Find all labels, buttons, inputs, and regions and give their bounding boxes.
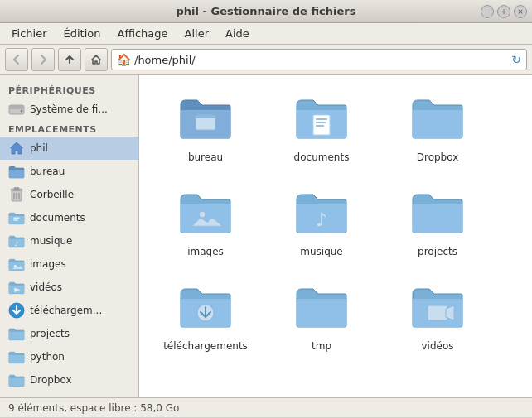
sidebar-item-phil[interactable]: phil	[0, 137, 138, 160]
menu-aide[interactable]: Aide	[219, 25, 256, 42]
file-item-projects[interactable]: projects	[388, 183, 487, 264]
sidebar-item-projects[interactable]: projects	[0, 322, 138, 345]
sidebar-label-musique: musique	[30, 235, 73, 247]
svg-rect-9	[13, 217, 19, 218]
folder-musique-icon: ♪	[295, 190, 348, 243]
status-text: 9 éléments, espace libre : 58,0 Go	[8, 402, 179, 414]
file-label-tmp: tmp	[312, 340, 331, 352]
home-icon	[8, 140, 25, 156]
folder-tmp-icon	[295, 284, 348, 337]
file-item-telechargements[interactable]: téléchargements	[156, 277, 255, 358]
sidebar-label-drive: Système de fi...	[30, 103, 108, 115]
folder-dropbox-icon	[411, 95, 464, 148]
folder-python-small-icon	[8, 348, 25, 365]
folder-projects-small-icon	[8, 325, 25, 342]
file-label-bureau: bureau	[188, 151, 223, 163]
folder-documents-icon	[295, 95, 348, 148]
window-title: phil - Gestionnaire de fichiers	[177, 5, 356, 17]
sidebar-label-bureau: bureau	[30, 166, 65, 177]
file-label-projects: projects	[418, 246, 457, 257]
sidebar-label-corbeille: Corbeille	[30, 189, 74, 200]
sidebar-label-videos: vidéos	[30, 281, 62, 293]
sidebar-item-python[interactable]: python	[0, 345, 138, 368]
toolbar: 🏠 /home/phil/ ↻	[0, 45, 532, 75]
folder-music-small-icon: ♪	[8, 233, 25, 249]
sidebar-label-python: python	[30, 351, 65, 363]
sidebar-label-documents: documents	[30, 212, 85, 223]
folder-dark-icon	[8, 163, 25, 180]
menu-aller[interactable]: Aller	[178, 25, 215, 42]
svg-rect-17	[316, 118, 327, 120]
address-text: /home/phil/	[134, 54, 508, 66]
file-item-documents[interactable]: documents	[272, 89, 371, 170]
sidebar: PÉRIPHÉRIQUES Système de fi... EMPLACEME…	[0, 75, 139, 397]
file-label-musique: musique	[300, 246, 343, 257]
folder-videos-small-icon	[8, 279, 25, 295]
sidebar-item-corbeille[interactable]: Corbeille	[0, 183, 138, 206]
sidebar-item-musique[interactable]: ♪ musique	[0, 229, 138, 252]
sidebar-item-documents[interactable]: documents	[0, 206, 138, 229]
address-bar[interactable]: 🏠 /home/phil/ ↻	[111, 49, 527, 70]
file-item-images[interactable]: images	[156, 183, 255, 264]
forward-button[interactable]	[31, 48, 55, 71]
file-item-musique[interactable]: ♪ musique	[272, 183, 371, 264]
sidebar-label-telechargements: téléchargem...	[30, 305, 102, 316]
back-button[interactable]	[5, 48, 28, 71]
menu-affichage[interactable]: Affichage	[110, 25, 174, 42]
file-grid: bureau documents	[156, 89, 515, 358]
sidebar-item-telechargements[interactable]: téléchargem...	[0, 299, 138, 322]
folder-dropbox-small-icon	[8, 372, 25, 388]
folder-telechargements-icon	[179, 284, 232, 337]
sidebar-label-phil: phil	[30, 142, 48, 154]
svg-rect-23	[428, 305, 447, 320]
maximize-button[interactable]: +	[497, 5, 510, 18]
folder-videos-icon	[411, 284, 464, 337]
menu-edition[interactable]: Édition	[57, 25, 108, 42]
file-item-bureau[interactable]: bureau	[156, 89, 255, 170]
svg-text:♪: ♪	[316, 209, 327, 230]
statusbar: 9 éléments, espace libre : 58,0 Go	[0, 397, 532, 417]
main-layout: PÉRIPHÉRIQUES Système de fi... EMPLACEME…	[0, 75, 532, 397]
svg-rect-19	[316, 125, 324, 127]
svg-point-20	[199, 211, 206, 218]
svg-rect-1	[9, 105, 24, 109]
file-item-dropbox[interactable]: Dropbox	[388, 89, 487, 170]
folder-images-small-icon	[8, 256, 25, 272]
file-label-telechargements: téléchargements	[163, 340, 248, 352]
menu-fichier[interactable]: Fichier	[5, 25, 54, 42]
folder-bureau-icon	[179, 95, 232, 148]
titlebar: phil - Gestionnaire de fichiers − + ×	[0, 0, 532, 23]
file-item-videos[interactable]: vidéos	[388, 277, 487, 358]
file-label-videos: vidéos	[421, 340, 453, 352]
address-home-icon: 🏠	[117, 53, 131, 66]
folder-projects-icon	[411, 190, 464, 243]
file-area: bureau documents	[139, 75, 532, 397]
sidebar-label-dropbox: Dropbox	[30, 374, 72, 386]
svg-text:♪: ♪	[15, 239, 19, 247]
svg-rect-15	[196, 115, 215, 118]
sidebar-item-dropbox[interactable]: Dropbox	[0, 368, 138, 392]
sidebar-section-emplacements: EMPLACEMENTS	[0, 121, 138, 137]
sidebar-item-drive[interactable]: Système de fi...	[0, 98, 138, 121]
up-button[interactable]	[58, 48, 81, 71]
reload-button[interactable]: ↻	[511, 53, 521, 66]
svg-rect-5	[14, 188, 19, 190]
minimize-button[interactable]: −	[481, 5, 494, 18]
file-label-documents: documents	[294, 151, 350, 163]
download-icon	[8, 302, 25, 319]
file-item-tmp[interactable]: tmp	[272, 277, 371, 358]
menubar: Fichier Édition Affichage Aller Aide	[0, 23, 532, 45]
sidebar-label-images: images	[30, 258, 66, 270]
svg-rect-18	[316, 122, 326, 123]
window-controls[interactable]: − + ×	[481, 5, 527, 18]
folder-doc-small-icon	[8, 209, 25, 226]
close-button[interactable]: ×	[514, 5, 527, 18]
sidebar-item-images[interactable]: images	[0, 252, 138, 276]
trash-icon	[8, 186, 25, 203]
file-label-images: images	[187, 246, 224, 257]
home-button[interactable]	[85, 48, 108, 71]
svg-point-2	[21, 110, 23, 113]
sidebar-item-videos[interactable]: vidéos	[0, 276, 138, 299]
sidebar-item-bureau[interactable]: bureau	[0, 160, 138, 183]
sidebar-label-projects: projects	[30, 328, 70, 339]
